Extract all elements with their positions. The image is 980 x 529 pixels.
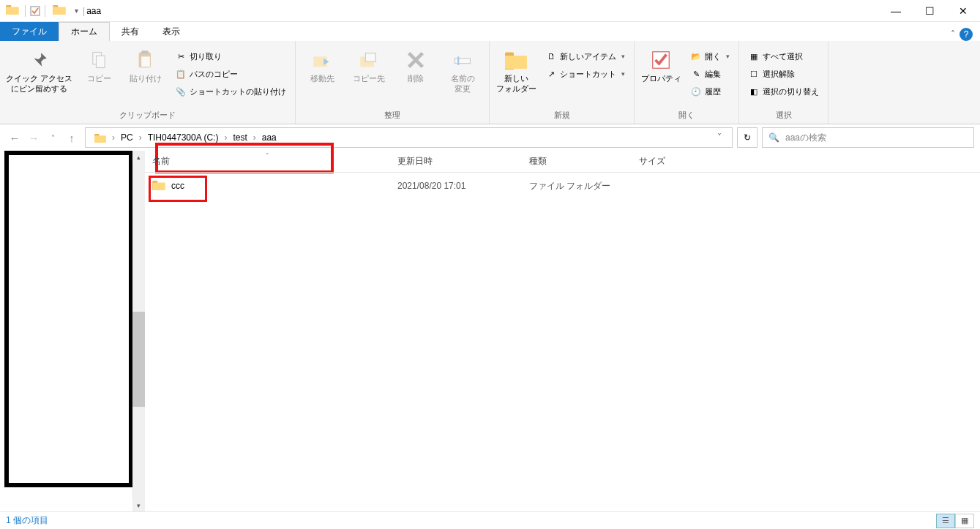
chevron-right-icon[interactable]: › [252, 132, 258, 143]
copy-path-button[interactable]: 📋パスのコピー [172, 66, 289, 82]
sort-indicator-icon: ˄ [266, 152, 269, 160]
ribbon-group-clipboard: クイック アクセス にピン留めする コピー 貼り付け ✂切り取り 📋パスのコピー… [0, 41, 296, 124]
scroll-down-icon[interactable]: ▾ [132, 499, 145, 511]
svg-rect-16 [505, 56, 527, 69]
window-title: aaa [86, 6, 101, 16]
column-header: ˄名前 更新日時 種類 サイズ [145, 151, 980, 173]
delete-button[interactable]: 削除 [395, 48, 436, 83]
select-none-button[interactable]: ☐選択解除 [745, 66, 822, 82]
group-label: 新規 [495, 108, 628, 124]
help-icon[interactable]: ? [960, 28, 973, 41]
view-largeicons-button[interactable]: ▦ [955, 514, 974, 528]
ribbon-group-organize: 移動先 コピー先 削除 名前の 変更 整理 [296, 41, 490, 124]
history-icon: 🕘 [690, 86, 702, 97]
up-button[interactable]: ↑ [63, 129, 81, 146]
copypath-icon: 📋 [175, 68, 187, 80]
ribbon-tabs: ファイル ホーム 共有 表示 ˄ ? [0, 22, 980, 41]
separator [45, 5, 45, 17]
column-size[interactable]: サイズ [632, 155, 719, 168]
rename-icon [451, 48, 474, 72]
view-details-button[interactable]: ☰ [936, 514, 955, 528]
select-all-button[interactable]: ▦すべて選択 [745, 48, 822, 64]
folder-icon [53, 4, 66, 18]
pasteshortcut-icon: 📎 [175, 86, 187, 97]
group-label: 開く [640, 108, 733, 124]
files-pane: ˄名前 更新日時 種類 サイズ ccc 2021/08/20 17:01 ファイ… [145, 151, 980, 511]
selectall-icon: ▦ [748, 50, 760, 62]
copy-button[interactable]: コピー [78, 48, 119, 83]
history-button[interactable]: 🕘履歴 [687, 83, 733, 100]
chevron-right-icon[interactable]: › [222, 132, 228, 143]
breadcrumb-drive[interactable]: TIH0447300A (C:) [143, 128, 223, 147]
chevron-right-icon[interactable]: › [138, 132, 143, 143]
column-name[interactable]: ˄名前 [145, 155, 390, 168]
svg-rect-19 [94, 135, 106, 143]
navigation-pane[interactable]: ▴ ▾ [0, 151, 145, 511]
moveto-icon [310, 48, 334, 72]
folder-icon [6, 4, 19, 18]
annotation-redacted-navpane [4, 151, 133, 487]
title-bar: ▾ | aaa — ☐ ✕ [0, 0, 980, 22]
column-date[interactable]: 更新日時 [390, 155, 522, 168]
cut-button[interactable]: ✂切り取り [172, 48, 289, 64]
maximize-button[interactable]: ☐ [913, 0, 946, 22]
svg-rect-9 [141, 56, 150, 67]
tab-share[interactable]: 共有 [110, 22, 151, 41]
breadcrumb-pc[interactable]: PC [116, 128, 138, 147]
copy-label: コピー [87, 73, 111, 83]
recent-dropdown[interactable]: ˅ [44, 129, 61, 146]
edit-icon: ✎ [690, 68, 702, 80]
separator [25, 5, 26, 17]
tab-home[interactable]: ホーム [59, 22, 110, 41]
address-dropdown-icon[interactable]: ˅ [711, 132, 727, 143]
qat-properties-icon[interactable] [27, 3, 43, 19]
edit-button[interactable]: ✎編集 [687, 66, 733, 82]
search-box[interactable]: 🔍 aaaの検索 [762, 127, 974, 148]
annotation-item-highlight [149, 176, 207, 202]
pin-icon [28, 48, 51, 72]
moveto-button[interactable]: 移動先 [302, 48, 343, 83]
svg-rect-14 [457, 56, 459, 65]
status-text: 1 個の項目 [6, 514, 48, 527]
address-bar[interactable]: › PC › TIH0447300A (C:) › test › aaa ˅ [85, 127, 733, 148]
open-button[interactable]: 📂開く▾ [687, 48, 733, 64]
close-button[interactable]: ✕ [946, 0, 980, 22]
ribbon: クイック アクセス にピン留めする コピー 貼り付け ✂切り取り 📋パスのコピー… [0, 41, 980, 124]
delete-icon [404, 48, 427, 72]
pin-label: クイック アクセス にピン留めする [6, 73, 72, 94]
newitem-icon: 🗋 [545, 50, 557, 62]
new-item-button[interactable]: 🗋新しいアイテム▾ [542, 48, 628, 64]
paste-shortcut-button[interactable]: 📎ショートカットの貼り付け [172, 83, 289, 100]
pin-quickaccess-button[interactable]: クイック アクセス にピン留めする [6, 48, 72, 94]
group-label: 選択 [745, 108, 822, 124]
breadcrumb-folder1[interactable]: test [228, 128, 251, 147]
svg-rect-12 [365, 53, 375, 62]
shortcut-button[interactable]: ↗ショートカット▾ [542, 66, 628, 82]
minimize-button[interactable]: — [879, 0, 913, 22]
copy-icon [87, 48, 111, 72]
navigation-row: ← → ˅ ↑ › PC › TIH0447300A (C:) › test ›… [0, 124, 980, 151]
invert-icon: ◧ [748, 86, 760, 97]
new-folder-button[interactable]: 新しい フォルダー [495, 48, 536, 94]
invert-selection-button[interactable]: ◧選択の切り替え [745, 83, 822, 100]
shortcut-icon: ↗ [545, 68, 557, 80]
scroll-up-icon[interactable]: ▴ [132, 151, 145, 163]
copyto-button[interactable]: コピー先 [348, 48, 389, 83]
breadcrumb-folder2[interactable]: aaa [258, 128, 281, 147]
forward-button[interactable]: → [25, 129, 42, 146]
qat-dropdown-icon[interactable]: ▾ [75, 7, 78, 15]
back-button[interactable]: ← [6, 129, 23, 146]
copyto-icon [357, 48, 381, 72]
open-icon: 📂 [690, 50, 702, 62]
paste-button[interactable]: 貼り付け [125, 48, 166, 83]
collapse-ribbon-icon[interactable]: ˄ [951, 29, 955, 40]
rename-button[interactable]: 名前の 変更 [442, 48, 483, 94]
chevron-right-icon[interactable]: › [111, 132, 116, 143]
column-type[interactable]: 種類 [522, 155, 632, 168]
tab-view[interactable]: 表示 [151, 22, 192, 41]
file-row[interactable]: ccc 2021/08/20 17:01 ファイル フォルダー [145, 173, 980, 199]
scroll-thumb[interactable] [132, 312, 145, 407]
properties-button[interactable]: プロパティ [640, 48, 681, 83]
tab-file[interactable]: ファイル [0, 22, 59, 41]
refresh-button[interactable]: ↻ [737, 127, 758, 148]
